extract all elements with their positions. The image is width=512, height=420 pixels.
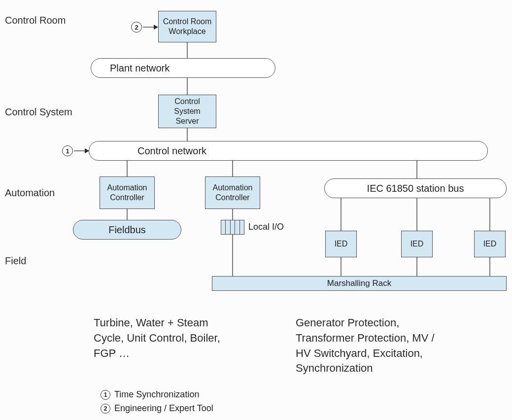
marker-1: 1 <box>62 145 73 156</box>
box-label: IED <box>483 239 497 249</box>
box-label: IED <box>410 239 424 249</box>
arrow-icon <box>85 148 89 153</box>
box-label: Automation Controller <box>103 183 151 203</box>
marker-1-num: 1 <box>66 147 69 155</box>
pill-plant-network: Plant network <box>91 58 275 78</box>
box-ied-2: IED <box>401 231 433 257</box>
marker-2: 2 <box>131 22 142 33</box>
legend-marker-1-num: 1 <box>104 391 107 398</box>
pill-control-network: Control network <box>89 141 488 161</box>
legend-marker-2-num: 2 <box>104 405 107 412</box>
pill-label: IEC 61850 station bus <box>367 183 464 194</box>
legend-2-text: Engineering / Expert Tool <box>114 403 213 414</box>
legend-2: 2 Engineering / Expert Tool <box>101 403 213 414</box>
box-control-system-server: Control System Server <box>158 95 216 128</box>
box-label: Marshalling Rack <box>327 278 391 288</box>
legend-marker-1: 1 <box>101 390 110 400</box>
legend-1-text: Time Synchronization <box>114 389 199 400</box>
legend-marker-2: 2 <box>101 404 110 414</box>
arrow-icon <box>154 25 158 30</box>
row-label-field: Field <box>5 255 26 267</box>
box-label: Control System Server <box>162 97 213 126</box>
pill-label: Control network <box>137 145 206 157</box>
note-right: Generator Protection, Transformer Protec… <box>296 315 444 376</box>
legend-1: 1 Time Synchronization <box>101 389 199 400</box>
diagram-stage: Control Room Control System Automation F… <box>0 0 512 420</box>
note-left: Turbine, Water + Steam Cycle, Unit Contr… <box>94 315 222 361</box>
label-local-io: Local I/O <box>248 222 284 232</box>
box-label: Control Room Workplace <box>162 17 213 36</box>
box-ied-1: IED <box>325 231 357 257</box>
box-label: IED <box>335 239 348 249</box>
pill-label: Fieldbus <box>108 224 146 236</box>
row-label-control-room: Control Room <box>5 15 66 26</box>
pill-fieldbus: Fieldbus <box>73 220 181 240</box>
box-label: Automation Controller <box>208 183 257 203</box>
row-label-control-system: Control System <box>5 106 72 118</box>
marker-2-num: 2 <box>135 24 138 31</box>
local-io-block <box>221 220 244 235</box>
box-ied-3: IED <box>474 231 506 257</box>
box-marshalling-rack: Marshalling Rack <box>212 276 507 291</box>
box-automation-controller-1: Automation Controller <box>100 176 155 209</box>
pill-label: Plant network <box>110 63 170 74</box>
box-control-room-workplace: Control Room Workplace <box>158 11 216 42</box>
box-automation-controller-2: Automation Controller <box>205 176 260 209</box>
pill-iec-station-bus: IEC 61850 station bus <box>324 178 507 198</box>
row-label-automation: Automation <box>5 187 55 199</box>
